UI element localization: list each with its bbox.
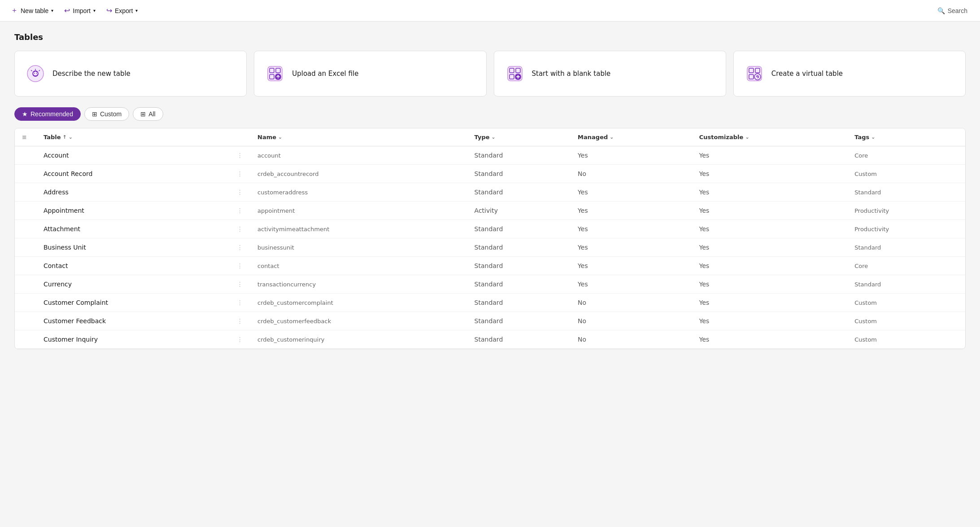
row-menu [15, 330, 36, 349]
card-describe[interactable]: Describe the new table [14, 51, 247, 97]
table-row[interactable]: Contact ⋮ contact Standard Yes Yes Core [15, 257, 965, 275]
cell-customizable: Yes [692, 238, 847, 257]
card-virtual[interactable]: Create a virtual table [733, 51, 966, 97]
cell-type: Standard [467, 165, 571, 183]
cell-type: Standard [467, 183, 571, 202]
th-name[interactable]: Name ⌄ [250, 128, 467, 146]
th-table[interactable]: Table ↑ ⌄ [36, 128, 250, 146]
export-label: Export [115, 7, 133, 14]
cell-name: account [250, 146, 467, 165]
all-grid-icon: ⊞ [140, 110, 146, 118]
table-row[interactable]: Appointment ⋮ appointment Activity Yes Y… [15, 202, 965, 220]
new-table-chevron-icon: ▾ [51, 8, 53, 13]
export-button[interactable]: ↪ Export ▾ [103, 4, 141, 17]
cell-tags: Core [847, 257, 965, 275]
cell-managed: Yes [571, 146, 692, 165]
cell-name: transactioncurrency [250, 275, 467, 294]
custom-grid-icon: ⊞ [92, 110, 97, 118]
cell-managed: No [571, 312, 692, 330]
cell-type: Standard [467, 238, 571, 257]
custom-label: Custom [100, 110, 122, 118]
card-upload[interactable]: Upload an Excel file [254, 51, 486, 97]
new-table-button[interactable]: ＋ New table ▾ [7, 4, 57, 17]
row-menu [15, 165, 36, 183]
cell-managed: Yes [571, 257, 692, 275]
th-tags[interactable]: Tags ⌄ [847, 128, 965, 146]
filter-recommended[interactable]: ★ Recommended [14, 107, 81, 121]
blank-icon [505, 64, 525, 83]
cell-table: Customer Inquiry ⋮ [36, 330, 250, 349]
col-type-label: Type [475, 134, 490, 141]
table-row[interactable]: Account Record ⋮ crdeb_accountrecord Sta… [15, 165, 965, 183]
import-button[interactable]: ↩ Import ▾ [61, 4, 99, 17]
cell-tags: Standard [847, 238, 965, 257]
row-options-icon[interactable]: ⋮ [237, 189, 243, 196]
import-icon: ↩ [64, 6, 70, 15]
cell-managed: Yes [571, 238, 692, 257]
filter-tabs: ★ Recommended ⊞ Custom ⊞ All [14, 107, 966, 121]
table-row[interactable]: Customer Feedback ⋮ crdeb_customerfeedba… [15, 312, 965, 330]
row-options-icon[interactable]: ⋮ [237, 170, 243, 177]
col-managed-label: Managed [578, 134, 608, 141]
row-options-icon[interactable]: ⋮ [237, 244, 243, 251]
topbar: ＋ New table ▾ ↩ Import ▾ ↪ Export ▾ 🔍 Se… [0, 0, 980, 22]
row-options-icon[interactable]: ⋮ [237, 281, 243, 288]
row-menu [15, 202, 36, 220]
table-row[interactable]: Account ⋮ account Standard Yes Yes Core [15, 146, 965, 165]
cell-type: Standard [467, 220, 571, 238]
row-options-icon[interactable]: ⋮ [237, 299, 243, 306]
cell-name: contact [250, 257, 467, 275]
th-managed[interactable]: Managed ⌄ [571, 128, 692, 146]
row-options-icon[interactable]: ⋮ [237, 225, 243, 233]
table-row[interactable]: Business Unit ⋮ businessunit Standard Ye… [15, 238, 965, 257]
cell-tags: Core [847, 146, 965, 165]
table-row[interactable]: Attachment ⋮ activitymimeattachment Stan… [15, 220, 965, 238]
search-button[interactable]: 🔍 Search [932, 5, 973, 16]
cell-customizable: Yes [692, 312, 847, 330]
cell-type: Standard [467, 330, 571, 349]
describe-card-label: Describe the new table [52, 70, 131, 78]
cell-customizable: Yes [692, 275, 847, 294]
cell-type: Activity [467, 202, 571, 220]
cell-type: Standard [467, 275, 571, 294]
th-customizable[interactable]: Customizable ⌄ [692, 128, 847, 146]
virtual-card-label: Create a virtual table [771, 70, 843, 78]
managed-sort-icon: ⌄ [610, 134, 614, 140]
row-options-icon[interactable]: ⋮ [237, 152, 243, 159]
cell-table: Business Unit ⋮ [36, 238, 250, 257]
cell-tags: Custom [847, 294, 965, 312]
type-sort-icon: ⌄ [492, 134, 496, 140]
cell-tags: Standard [847, 275, 965, 294]
cell-type: Standard [467, 146, 571, 165]
cell-type: Standard [467, 294, 571, 312]
row-options-icon[interactable]: ⋮ [237, 317, 243, 325]
row-options-icon[interactable]: ⋮ [237, 336, 243, 343]
table-row[interactable]: Currency ⋮ transactioncurrency Standard … [15, 275, 965, 294]
cell-table: Contact ⋮ [36, 257, 250, 275]
cell-managed: Yes [571, 202, 692, 220]
table-body: Account ⋮ account Standard Yes Yes Core … [15, 146, 965, 349]
sort-asc-icon: ↑ [63, 134, 67, 140]
row-menu [15, 183, 36, 202]
row-menu [15, 312, 36, 330]
cell-table: Account Record ⋮ [36, 165, 250, 183]
card-blank[interactable]: Start with a blank table [494, 51, 726, 97]
cards-row: Describe the new table Upload an Excel f… [14, 51, 966, 97]
cell-name: customeraddress [250, 183, 467, 202]
table-row[interactable]: Customer Inquiry ⋮ crdeb_customerinquiry… [15, 330, 965, 349]
row-options-icon[interactable]: ⋮ [237, 262, 243, 269]
svg-point-2 [36, 73, 37, 74]
th-row-num: ≡ [15, 128, 36, 146]
blank-card-label: Start with a blank table [532, 70, 611, 78]
describe-icon [26, 64, 45, 83]
table-row[interactable]: Customer Complaint ⋮ crdeb_customercompl… [15, 294, 965, 312]
customizable-sort-icon: ⌄ [745, 134, 749, 140]
filter-all[interactable]: ⊞ All [133, 107, 163, 121]
new-table-label: New table [21, 7, 48, 14]
filter-custom[interactable]: ⊞ Custom [84, 107, 129, 121]
table-row[interactable]: Address ⋮ customeraddress Standard Yes Y… [15, 183, 965, 202]
row-menu [15, 238, 36, 257]
cell-name: crdeb_customerinquiry [250, 330, 467, 349]
row-options-icon[interactable]: ⋮ [237, 207, 243, 214]
th-type[interactable]: Type ⌄ [467, 128, 571, 146]
